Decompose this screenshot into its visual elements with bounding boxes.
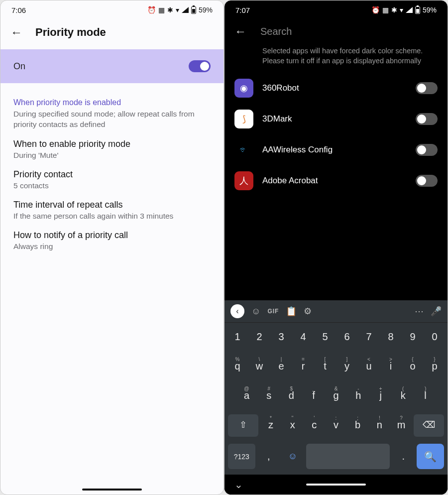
kb-key-g[interactable]: &g <box>327 385 346 407</box>
app-toggle[interactable] <box>416 175 438 187</box>
kb-key-b[interactable]: ;b <box>348 414 367 437</box>
home-indicator[interactable] <box>82 489 142 491</box>
kb-key-o[interactable]: {o <box>403 356 422 378</box>
master-toggle[interactable] <box>189 60 211 72</box>
kb-collapse-icon[interactable]: ⌄ <box>234 479 243 491</box>
kb-comma-key[interactable]: , <box>258 444 279 469</box>
kb-search-key[interactable]: 🔍 <box>417 444 444 469</box>
kb-period-key[interactable]: . <box>393 444 414 469</box>
setting-how-notify[interactable]: How to notify of a priority call Always … <box>0 221 224 251</box>
phone-right: 7:07 ⏰ ▦ ✱ ▾ 59% ← Selected apps will ha… <box>224 0 448 495</box>
app-toggle[interactable] <box>416 82 438 94</box>
wifi-icon: ▾ <box>400 6 403 14</box>
kb-key-2[interactable]: 2 <box>250 326 269 349</box>
kb-key-8[interactable]: 8 <box>381 326 400 349</box>
status-time: 7:06 <box>11 6 26 14</box>
kb-row-2: %q\w|e=r[t]y<u>i{o}p <box>224 352 448 381</box>
app-name: Adobe Acrobat <box>262 176 407 186</box>
kb-key-5[interactable]: 5 <box>316 326 335 349</box>
kb-symbols-key[interactable]: ?123 <box>228 444 255 469</box>
status-time: 7:07 <box>235 6 250 14</box>
kb-key-z[interactable]: *z <box>261 414 280 437</box>
app-row[interactable]: ◉360Robot <box>224 73 448 104</box>
kb-key-l[interactable]: )l <box>416 385 435 407</box>
cast-icon: ▦ <box>382 6 389 14</box>
kb-key-u[interactable]: <u <box>359 356 378 378</box>
kb-shift-key[interactable]: ⇧ <box>228 414 258 437</box>
kb-clipboard-icon[interactable]: 📋 <box>286 306 297 317</box>
status-bar: 7:06 ⏰ ▦ ✱ ▾ 59% <box>0 0 224 17</box>
kb-gif-button[interactable]: GIF <box>267 308 279 315</box>
alarm-icon: ⏰ <box>371 6 380 14</box>
phone-left: 7:06 ⏰ ▦ ✱ ▾ 59% ← Priority mode On When… <box>0 0 224 495</box>
setting-priority-contact[interactable]: Priority contact 5 contacts <box>0 160 224 191</box>
master-toggle-label: On <box>13 61 25 72</box>
app-icon: ◉ <box>234 79 253 98</box>
home-indicator[interactable] <box>306 484 366 486</box>
kb-number-row: 1234567890 <box>224 323 448 352</box>
kb-key-c[interactable]: 'c <box>305 414 324 437</box>
kb-key-1[interactable]: 1 <box>228 326 247 349</box>
back-button[interactable]: ← <box>234 24 246 38</box>
kb-key-i[interactable]: >i <box>381 356 400 378</box>
bluetooth-icon: ✱ <box>167 6 173 14</box>
kb-more-icon[interactable]: ⋯ <box>415 306 424 317</box>
kb-key-p[interactable]: }p <box>425 356 444 378</box>
kb-key-j[interactable]: +j <box>371 385 390 407</box>
signal-icon <box>406 7 413 13</box>
kb-mic-icon[interactable]: 🎤 <box>431 306 442 317</box>
kb-key-4[interactable]: 4 <box>294 326 313 349</box>
kb-key-n[interactable]: !n <box>370 414 389 437</box>
kb-key-v[interactable]: :v <box>327 414 345 437</box>
setting-title: How to notify of a priority call <box>13 230 211 241</box>
kb-key-x[interactable]: "x <box>283 414 302 437</box>
kb-row-3: @a#s$d_f&g-h+j(k)l <box>224 381 448 411</box>
app-row[interactable]: 人Adobe Acrobat <box>224 165 448 196</box>
kb-settings-icon[interactable]: ⚙ <box>304 306 312 317</box>
kb-key-y[interactable]: ]y <box>337 356 356 378</box>
kb-key-3[interactable]: 3 <box>272 326 291 349</box>
kb-key-w[interactable]: \w <box>250 356 269 378</box>
app-toggle[interactable] <box>416 113 438 125</box>
kb-key-t[interactable]: [t <box>316 356 335 378</box>
header-row: ← <box>224 17 448 42</box>
setting-sub: During 'Mute' <box>13 150 211 160</box>
kb-key-f[interactable]: _f <box>304 385 324 407</box>
kb-emoji-key[interactable]: ☺ <box>282 444 303 469</box>
master-toggle-panel[interactable]: On <box>0 49 224 83</box>
setting-sub: Always ring <box>13 242 211 251</box>
kb-chevron-icon[interactable]: ‹ <box>230 304 244 318</box>
kb-key-s[interactable]: #s <box>259 385 279 407</box>
app-row[interactable]: ᯤAAWireless Config <box>224 134 448 165</box>
description-text: Selected apps will have forced dark colo… <box>224 42 448 73</box>
page-title: Priority mode <box>35 26 106 39</box>
kb-key-d[interactable]: $d <box>282 385 301 407</box>
app-toggle[interactable] <box>416 144 438 156</box>
kb-key-q[interactable]: %q <box>228 356 247 378</box>
kb-key-6[interactable]: 6 <box>337 326 356 349</box>
kb-key-0[interactable]: 0 <box>425 326 444 349</box>
kb-key-e[interactable]: |e <box>272 356 291 378</box>
setting-title: When to enable priority mode <box>13 139 211 149</box>
kb-key-a[interactable]: @a <box>237 385 256 407</box>
kb-space-key[interactable] <box>306 444 390 469</box>
status-icons: ⏰ ▦ ✱ ▾ 59% <box>371 6 437 14</box>
app-name: AAWireless Config <box>262 145 407 155</box>
search-input[interactable] <box>260 26 438 37</box>
kb-key-r[interactable]: =r <box>294 356 313 378</box>
kb-key-7[interactable]: 7 <box>359 326 378 349</box>
back-button[interactable]: ← <box>10 25 22 39</box>
setting-time-interval[interactable]: Time interval of repeat calls If the sam… <box>0 191 224 221</box>
setting-when-enable[interactable]: When to enable priority mode During 'Mut… <box>0 130 224 160</box>
kb-sticker-icon[interactable]: ☺ <box>251 306 260 317</box>
kb-key-k[interactable]: (k <box>393 385 413 407</box>
kb-backspace-key[interactable]: ⌫ <box>414 414 444 437</box>
kb-key-m[interactable]: ?m <box>392 414 411 437</box>
kb-key-9[interactable]: 9 <box>403 326 422 349</box>
app-row[interactable]: ⟆3DMark <box>224 104 448 134</box>
kb-key-h[interactable]: -h <box>348 385 368 407</box>
signal-icon <box>182 7 189 13</box>
app-name: 3DMark <box>262 114 407 124</box>
app-name: 360Robot <box>262 83 407 93</box>
alarm-icon: ⏰ <box>147 6 156 14</box>
